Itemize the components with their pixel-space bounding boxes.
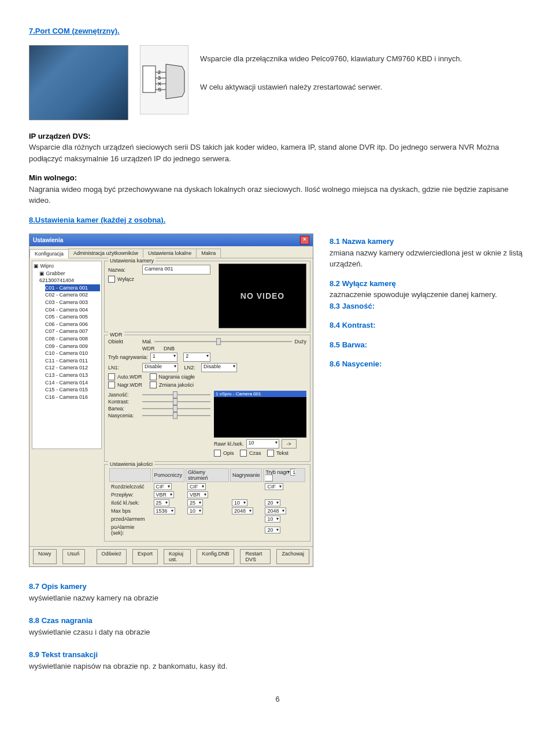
tree-item[interactable]: C14 - Camera 014 <box>45 379 100 387</box>
group-wdr: WDR <box>108 332 124 338</box>
res-sel-2[interactable]: CIF <box>187 483 206 490</box>
min-free-title: Min wolnego: <box>29 173 77 182</box>
label-disable: Wyłącz <box>117 276 134 282</box>
fps-sel-4[interactable]: 20 <box>265 499 280 506</box>
fps-sel-2[interactable]: 25 <box>187 499 203 506</box>
tree-item[interactable]: C08 - Camera 008 <box>45 335 100 343</box>
arrow-button[interactable]: -> <box>282 439 297 449</box>
flow-sel-1[interactable]: VBR <box>154 491 175 498</box>
com-port-photo <box>29 45 128 120</box>
refresh-button[interactable]: Odśwież <box>97 549 127 564</box>
video-preview: NO VIDEO <box>219 264 306 328</box>
tab-admin[interactable]: Administracja użytkowników <box>68 249 143 258</box>
hue-slider[interactable] <box>142 408 210 409</box>
tree-item[interactable]: C16 - Camera 016 <box>45 394 100 401</box>
mini-preview-header: 1 vSpro - Camera 001 <box>214 391 306 397</box>
tree-item[interactable]: C07 - Camera 007 <box>45 328 100 335</box>
tree-item[interactable]: C04 - Camera 004 <box>45 306 100 314</box>
mode-select-1[interactable]: 1 <box>150 353 177 362</box>
com-port-row: 5 4 3 2 1 9 8 7 6 2 3 X S Wsparcie dla p… <box>29 45 526 120</box>
com-port-desc-1: Wsparcie dla przełącznika wideo Pelco976… <box>200 53 526 65</box>
tree-item[interactable]: C05 - Camera 005 <box>45 313 100 321</box>
postalarm-sel[interactable]: 20 <box>265 527 280 533</box>
tree-item[interactable]: C12 - Camera 012 <box>45 364 100 372</box>
heading-87: 8.7 Opis kamery <box>29 582 87 591</box>
prealarm-sel[interactable]: 10 <box>265 516 280 522</box>
opis-checkbox[interactable] <box>214 450 221 457</box>
rawr-select[interactable]: 10 <box>246 439 279 449</box>
tab-macros[interactable]: Makra <box>196 249 221 258</box>
disable-checkbox[interactable] <box>108 276 115 283</box>
delete-button[interactable]: Usuń <box>62 549 85 564</box>
res-sel-1[interactable]: CIF <box>154 483 172 490</box>
fps-sel-1[interactable]: 25 <box>154 499 169 506</box>
body-89: wyświetlanie napisów na obrazie np. z ba… <box>29 662 227 670</box>
contrast-slider[interactable] <box>142 401 210 402</box>
tree-item[interactable]: C02 - Camera 002 <box>45 291 100 299</box>
tree-item[interactable]: C13 - Camera 013 <box>45 372 100 379</box>
brightness-slider[interactable] <box>142 394 210 395</box>
body-88: wyświetlanie czasu i daty na obrazie <box>29 628 150 636</box>
ln1-select[interactable]: Disable <box>142 363 178 372</box>
tab-local[interactable]: Ustawienia lokalne <box>143 249 197 258</box>
ip-dvs-paragraph: IP urządzeń DVS: Wsparcie dla różnych ur… <box>29 131 526 165</box>
bps-sel-2[interactable]: 10 <box>187 507 203 514</box>
device-tree[interactable]: ▣ Wipro ▣ Grabber 621300741404 C01 - Cam… <box>32 261 102 449</box>
tree-item[interactable]: C11 - Camera 011 <box>45 357 100 365</box>
save-button[interactable]: Zachowaj <box>276 549 309 564</box>
mini-preview <box>214 397 306 438</box>
heading-89: 8.9 Tekst transakcji <box>29 650 98 659</box>
svg-rect-0 <box>143 66 156 92</box>
heading-83: 8.3 Jasność: <box>330 302 375 310</box>
tree-item[interactable]: C15 - Camera 015 <box>45 386 100 394</box>
tree-item[interactable]: C09 - Camera 009 <box>45 343 100 350</box>
czas-checkbox[interactable] <box>240 450 247 457</box>
heading-86: 8.6 Nasycenie: <box>330 360 382 368</box>
tab-config[interactable]: Konfiguracja <box>29 249 69 258</box>
ln2-select[interactable]: Disable <box>201 363 237 372</box>
group-quality: Ustawienia jakości <box>108 461 154 467</box>
res-sel-3[interactable]: CIF <box>265 483 283 490</box>
tree-item-c01[interactable]: C01 - Camera 001 <box>45 284 100 292</box>
heading-7: 7.Port COM (zewnętrzny). <box>29 27 120 35</box>
flow-sel-2[interactable]: VBR <box>187 491 208 498</box>
mode-select-2[interactable]: 2 <box>183 353 210 362</box>
bps-sel-1[interactable]: 1536 <box>154 507 175 514</box>
tree-item[interactable]: C03 - Camera 003 <box>45 299 100 306</box>
saturation-slider[interactable] <box>142 415 210 416</box>
dialog-tabs: Konfiguracja Administracja użytkowników … <box>29 249 313 258</box>
group-camera-settings: Ustawienia kamery <box>108 258 156 264</box>
page-number: 6 <box>29 695 526 703</box>
export-button[interactable]: Export <box>132 549 158 564</box>
min-free-paragraph: Min wolnego: Nagrania wideo mogą być prz… <box>29 172 526 206</box>
new-button[interactable]: Nowy <box>33 549 57 564</box>
heading-82: 8.2 Wyłącz kamerę <box>330 279 396 288</box>
settings-dialog: Ustawienia × Konfiguracja Administracja … <box>29 234 313 567</box>
ip-dvs-body: Wsparcie dla różnych urządzeń sieciowych… <box>29 143 499 163</box>
tree-item[interactable]: C06 - Camera 006 <box>45 321 100 328</box>
heading-8: 8.Ustawienia kamer (każdej z osobna). <box>29 216 165 224</box>
com-port-desc-2: W celu aktywacji ustawień należy zrestar… <box>200 81 526 93</box>
quality-change-checkbox[interactable] <box>150 381 157 388</box>
label-record-mode: Tryb nagrywania: <box>108 354 148 360</box>
tree-item[interactable]: C10 - Camera 010 <box>45 350 100 357</box>
body-87: wyświetlanie nazwy kamery na obrazie <box>29 594 158 602</box>
close-icon[interactable]: × <box>300 236 309 244</box>
bps-sel-4[interactable]: 2048 <box>265 507 286 514</box>
cont-rec-checkbox[interactable] <box>150 373 157 380</box>
body-82: zaznaczenie spowoduje wyłączenie danej k… <box>330 290 497 299</box>
copy-settings-button[interactable]: Kopiuj ust. <box>164 549 191 564</box>
label-name: Nazwa: <box>108 267 140 273</box>
object-slider[interactable] <box>154 341 292 342</box>
autowdr-checkbox[interactable] <box>108 373 115 380</box>
restartdvs-button[interactable]: Restart DVS <box>240 549 271 564</box>
dialog-title: Ustawienia <box>33 237 63 243</box>
recwdr-checkbox[interactable] <box>108 381 115 388</box>
heading-88: 8.8 Czas nagrania <box>29 616 92 625</box>
fps-sel-3[interactable]: 10 <box>232 499 247 506</box>
bps-sel-3[interactable]: 2048 <box>232 507 253 514</box>
tekst-checkbox[interactable] <box>267 450 274 457</box>
name-input[interactable]: Camera 001 <box>142 265 210 275</box>
min-free-body: Nagrania wideo mogą być przechowywane na… <box>29 185 509 205</box>
configdnb-button[interactable]: Konfig.DNB <box>197 549 234 564</box>
